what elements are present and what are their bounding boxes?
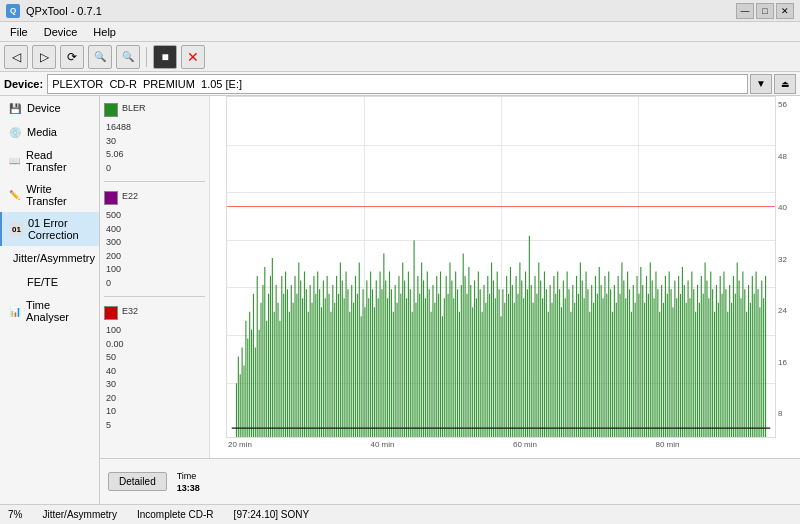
app-title: QPxTool - 0.7.1: [26, 5, 102, 17]
media-status: Incomplete CD-R: [137, 509, 214, 520]
device-label: Device:: [4, 78, 43, 90]
close-button[interactable]: ✕: [776, 3, 794, 19]
media-icon: 💿: [8, 125, 22, 139]
sidebar-label-time-analyser: Time Analyser: [26, 299, 91, 323]
zoom-out-button[interactable]: 🔍: [116, 45, 140, 69]
time-section: Time 13:38: [177, 471, 200, 493]
e22-values: 500 400 300 200 100 0: [104, 209, 205, 290]
status-progress: 7%: [8, 509, 22, 520]
e32-val1: 100: [106, 324, 205, 338]
settings-button[interactable]: ✕: [181, 45, 205, 69]
title-bar: Q QPxTool - 0.7.1 — □ ✕: [0, 0, 800, 22]
sidebar-label-device: Device: [27, 102, 61, 114]
disc-info: [97:24.10] SONY: [234, 509, 310, 520]
device-icon: 💾: [8, 101, 22, 115]
status-jitter: Jitter/Asymmetry: [42, 509, 116, 520]
sidebar-item-error-correction[interactable]: 01 01 Error Correction: [0, 212, 99, 246]
chart-canvas: [226, 96, 776, 438]
sidebar-label-jitter: Jitter/Asymmetry: [13, 252, 95, 264]
device-eject-button[interactable]: ⏏: [774, 74, 796, 94]
time-label: Time: [177, 471, 200, 481]
window-controls[interactable]: — □ ✕: [736, 3, 794, 19]
detailed-button[interactable]: Detailed: [108, 472, 167, 491]
e32-val4: 40: [106, 365, 205, 379]
content-area: BLER 16488 30 5.06 0 E22 500 400 300: [100, 96, 800, 504]
e32-val3: 50: [106, 351, 205, 365]
write-transfer-icon: ✏️: [8, 188, 21, 202]
e22-val6: 0: [106, 277, 205, 291]
sidebar-item-device[interactable]: 💾 Device: [0, 96, 99, 120]
e32-val5: 30: [106, 378, 205, 392]
bler-color: [104, 103, 118, 117]
y-axis-right: 56 48 40 32 24 16 8: [776, 96, 800, 438]
bottom-panel: Detailed Time 13:38: [100, 458, 800, 504]
fe-te-icon: [8, 275, 22, 289]
e32-values: 100 0.00 50 40 30 20 10 5: [104, 324, 205, 432]
device-bar: Device: ▼ ⏏: [0, 72, 800, 96]
bler-val1: 16488: [106, 121, 205, 135]
sidebar-item-jitter[interactable]: Jitter/Asymmetry: [0, 246, 99, 270]
bler-val3: 5.06: [106, 148, 205, 162]
toolbar-separator: [146, 47, 147, 67]
back-button[interactable]: ◁: [4, 45, 28, 69]
y-right-32: 32: [778, 255, 800, 264]
bler-values: 16488 30 5.06 0: [104, 121, 205, 175]
sidebar-item-read-transfer[interactable]: 📖 Read Transfer: [0, 144, 99, 178]
sidebar-label-write-transfer: Write Transfer: [26, 183, 91, 207]
main-layout: 💾 Device 💿 Media 📖 Read Transfer ✏️ Writ…: [0, 96, 800, 504]
sidebar-label-media: Media: [27, 126, 57, 138]
sidebar-item-media[interactable]: 💿 Media: [0, 120, 99, 144]
time-analyser-icon: 📊: [8, 304, 21, 318]
e32-val6: 20: [106, 392, 205, 406]
legend-divider-1: [104, 181, 205, 182]
x-label-40min: 40 min: [371, 440, 395, 449]
legend-e32: E32: [104, 303, 205, 322]
x-axis-labels: 20 min 40 min 60 min 80 min: [226, 438, 800, 451]
e32-val2: 0.00: [106, 338, 205, 352]
chart-x-axis: 20 min 40 min 60 min 80 min: [210, 438, 800, 458]
x-label-60min: 60 min: [513, 440, 537, 449]
chart-svg: [227, 97, 775, 437]
status-media: Incomplete CD-R: [137, 509, 214, 520]
y-right-8: 8: [778, 409, 800, 418]
chart-main: 56 48 40 32 24 16 8: [210, 96, 800, 438]
menu-device[interactable]: Device: [38, 24, 84, 40]
x-label-80min: 80 min: [656, 440, 680, 449]
inner-layout: BLER 16488 30 5.06 0 E22 500 400 300: [100, 96, 800, 458]
refresh-button[interactable]: ⟳: [60, 45, 84, 69]
sidebar-label-fe-te: FE/TE: [27, 276, 58, 288]
stop-button[interactable]: ■: [153, 45, 177, 69]
e32-val8: 5: [106, 419, 205, 433]
e22-val4: 200: [106, 250, 205, 264]
zoom-in-button[interactable]: 🔍: [88, 45, 112, 69]
read-transfer-icon: 📖: [8, 154, 21, 168]
jitter-status: Jitter/Asymmetry: [42, 509, 116, 520]
maximize-button[interactable]: □: [756, 3, 774, 19]
chart-container: 56 48 40 32 24 16 8 20 min 40 min 60 min: [210, 96, 800, 458]
sidebar-item-fe-te[interactable]: FE/TE: [0, 270, 99, 294]
error-correction-icon: 01: [10, 222, 23, 236]
y-axis-left: [210, 96, 226, 438]
legend-bler: BLER: [104, 100, 205, 119]
y-right-24: 24: [778, 306, 800, 315]
e22-val2: 400: [106, 223, 205, 237]
bler-val4: 0: [106, 162, 205, 176]
menu-file[interactable]: File: [4, 24, 34, 40]
menu-help[interactable]: Help: [87, 24, 122, 40]
device-dropdown-button[interactable]: ▼: [750, 74, 772, 94]
e32-val7: 10: [106, 405, 205, 419]
minimize-button[interactable]: —: [736, 3, 754, 19]
e32-color: [104, 306, 118, 320]
e22-val3: 300: [106, 236, 205, 250]
device-select[interactable]: [47, 74, 748, 94]
title-bar-left: Q QPxTool - 0.7.1: [6, 4, 102, 18]
e22-val5: 100: [106, 263, 205, 277]
sidebar-item-write-transfer[interactable]: ✏️ Write Transfer: [0, 178, 99, 212]
e22-val1: 500: [106, 209, 205, 223]
status-bar: 7% Jitter/Asymmetry Incomplete CD-R [97:…: [0, 504, 800, 524]
sidebar-item-time-analyser[interactable]: 📊 Time Analyser: [0, 294, 99, 328]
menu-bar: File Device Help: [0, 22, 800, 42]
forward-button[interactable]: ▷: [32, 45, 56, 69]
status-disc-info: [97:24.10] SONY: [234, 509, 310, 520]
toolbar: ◁ ▷ ⟳ 🔍 🔍 ■ ✕: [0, 42, 800, 72]
